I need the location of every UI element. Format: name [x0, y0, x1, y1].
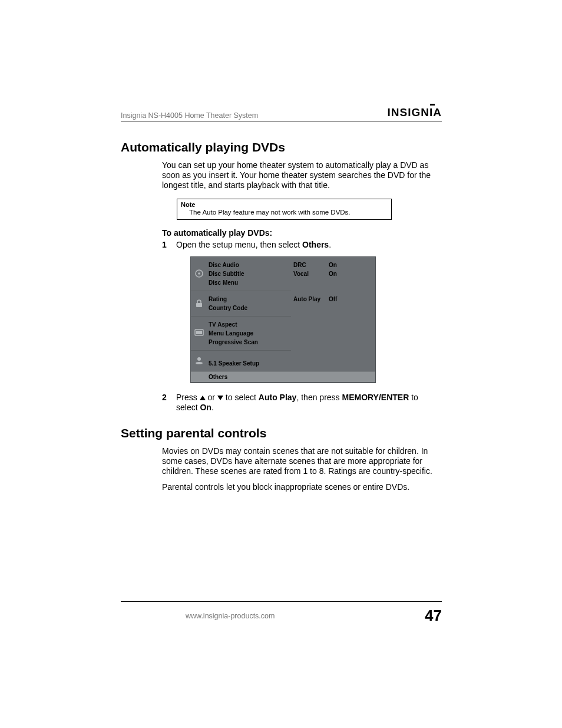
text: .	[329, 240, 331, 249]
osd-group-lock: Rating Country Code	[207, 291, 291, 316]
svg-rect-2	[196, 303, 202, 307]
text: to select	[223, 393, 259, 402]
osd-item: TV Aspect	[209, 320, 291, 329]
speaker-icon	[191, 351, 207, 371]
header-product: Insignia NS-H4005 Home Theater System	[121, 111, 258, 120]
footer-url: www.insignia-products.com	[186, 612, 275, 620]
running-header: Insignia NS-H4005 Home Theater System IN…	[121, 106, 442, 121]
osd-key: Auto Play	[293, 296, 329, 302]
intro-paragraph: You can set up your home theater system …	[162, 160, 442, 190]
note-text: The Auto Play feature may not work with …	[189, 209, 388, 216]
osd-item-selected: Others	[191, 371, 375, 383]
osd-item: Disc Menu	[209, 278, 291, 287]
osd-item: Menu Language	[209, 329, 291, 338]
text: Open the setup menu, then select	[176, 240, 302, 249]
paragraph: Parental controls let you block inapprop…	[162, 482, 442, 492]
text: .	[211, 403, 214, 412]
note-label: Note	[181, 201, 388, 208]
svg-point-5	[196, 362, 203, 364]
osd-item: Disc Audio	[209, 261, 291, 269]
note-box: Note The Auto Play feature may not work …	[177, 199, 392, 220]
osd-item: Disc Subtitle	[209, 269, 291, 278]
text: , then press	[296, 393, 342, 402]
osd-item: Progressive Scan	[209, 338, 291, 347]
osd-group-disc: Disc Audio Disc Subtitle Disc Menu	[207, 257, 291, 291]
step-text: Open the setup menu, then select Others.	[176, 240, 442, 251]
step-text: Press or to select Auto Play, then press…	[176, 393, 442, 413]
section-heading-parental: Setting parental controls	[121, 426, 442, 440]
up-arrow-icon	[200, 396, 206, 400]
text-bold: Auto Play	[259, 393, 297, 402]
down-arrow-icon	[217, 396, 223, 400]
osd-group-display: TV Aspect Menu Language Progressive Scan	[207, 317, 291, 350]
step-2: 2 Press or to select Auto Play, then pre…	[162, 393, 442, 413]
lock-icon	[191, 291, 207, 316]
osd-right-panel: Auto PlayOff	[291, 291, 375, 317]
page-number: 47	[425, 607, 442, 625]
brand-logo: INSIGNIA	[388, 106, 442, 120]
osd-key: DRC	[293, 262, 329, 268]
step-1: 1 Open the setup menu, then select Other…	[162, 240, 442, 251]
text-bold: Others	[302, 240, 329, 249]
page-footer: www.insignia-products.com 47	[121, 601, 442, 625]
svg-point-6	[197, 357, 201, 361]
section-heading-autoplay: Automatically playing DVDs	[121, 140, 442, 154]
text-bold: MEMORY/ENTER	[342, 393, 409, 402]
disc-icon	[191, 257, 207, 291]
osd-value: On	[329, 271, 337, 277]
procedure-subhead: To automatically play DVDs:	[162, 228, 442, 238]
svg-rect-4	[196, 331, 202, 334]
osd-value: Off	[329, 296, 337, 302]
osd-right-panel: DRCOn VocalOn	[291, 257, 375, 291]
text: Press	[176, 393, 200, 402]
osd-menu-screenshot: Disc Audio Disc Subtitle Disc Menu DRCOn…	[190, 256, 376, 383]
step-number: 2	[162, 393, 176, 413]
text-bold: On	[200, 403, 211, 412]
osd-value: On	[329, 262, 337, 268]
paragraph: Movies on DVDs may contain scenes that a…	[162, 446, 442, 476]
svg-point-1	[198, 272, 200, 275]
osd-item: Country Code	[209, 304, 291, 312]
osd-key: Vocal	[293, 271, 329, 277]
tv-icon	[191, 317, 207, 350]
brand-text: INSIGNIA	[388, 106, 442, 118]
text: or	[206, 393, 217, 402]
osd-group-audio: 5.1 Speaker Setup	[207, 351, 291, 371]
step-number: 1	[162, 240, 176, 251]
osd-item: 5.1 Speaker Setup	[209, 359, 291, 368]
osd-item: Rating	[209, 295, 291, 304]
